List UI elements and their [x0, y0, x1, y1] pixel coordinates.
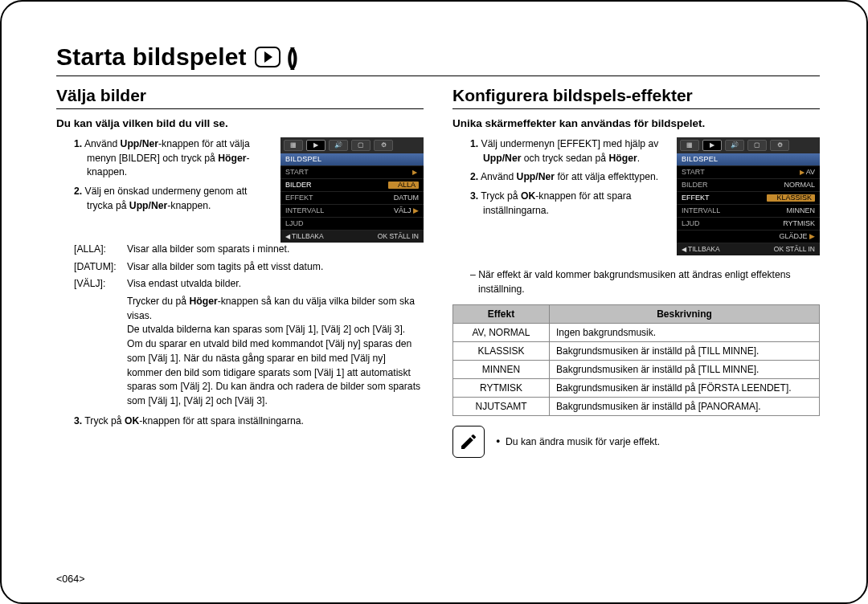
- cam-tabs: ▦ ▶ 🔊 ▢ ⚙: [677, 137, 820, 153]
- cam-header: BILDSPEL: [280, 153, 424, 165]
- table-row: KLASSISKBakgrundsmusiken är inställd på …: [453, 342, 820, 361]
- left-extra-1: Trycker du på Höger-knappen så kan du vä…: [127, 295, 424, 323]
- manual-page: Starta bildspelet ( ( ) Välja bilder Du …: [0, 0, 868, 604]
- cam-footer: ◀TILLBAKA OK STÄLL IN: [677, 243, 820, 255]
- right-column: Konfigurera bildspels-effekter Unika skä…: [452, 86, 820, 458]
- cam-row-ljud: LJUDRYTMISK: [677, 217, 820, 230]
- pencil-note-icon: [452, 426, 485, 458]
- cam-row-effekt: EFFEKT▶KLASSISK: [677, 191, 820, 204]
- cam-row-bilder: BILDERNORMAL: [677, 178, 820, 191]
- left-camera-menu: ▦ ▶ 🔊 ▢ ⚙ BILDSPEL START▶ BILDER▶ALLA EF…: [280, 137, 424, 243]
- def-alla: [ALLA]: Visar alla bilder som sparats i …: [74, 243, 424, 257]
- left-extra-2: De utvalda bilderna kan sparas som [Välj…: [127, 323, 424, 408]
- left-step-3: 3. Tryck på OK-knappen för att spara ins…: [74, 415, 424, 426]
- effects-table: Effekt Beskrivning AV, NORMALIngen bakgr…: [452, 304, 820, 416]
- right-sub-heading: Unika skärmeffekter kan användas för bil…: [452, 117, 820, 129]
- note-box: Du kan ändra musik för varje effekt.: [452, 426, 820, 458]
- def-datum: [DATUM]: Visar alla bilder som tagits på…: [74, 260, 424, 275]
- cam-row-start: START▶AV: [677, 165, 820, 178]
- tab-icon: ▦: [680, 140, 699, 151]
- tab-play-icon: ▶: [702, 140, 722, 151]
- cam-row-intervall: INTERVALLVÄLJ ▶: [280, 204, 424, 217]
- cam-row-effekt: EFFEKTDATUM: [280, 191, 424, 204]
- left-column: Välja bilder Du kan välja vilken bild du…: [56, 86, 424, 458]
- note-text: Du kan ändra musik för varje effekt.: [496, 436, 660, 447]
- right-step-2: 2. Använd Upp/Ner för att välja effektty…: [470, 170, 667, 185]
- page-title-paren-close: ): [290, 43, 298, 71]
- tab-icon: ▦: [284, 140, 303, 151]
- left-step-2: 2. Välj en önskad undermeny genom att tr…: [74, 185, 271, 213]
- cam-tabs: ▦ ▶ 🔊 ▢ ⚙: [280, 137, 424, 153]
- left-step-1: 1. Använd Upp/Ner-knappen för att välja …: [74, 137, 271, 180]
- columns: Välja bilder Du kan välja vilken bild du…: [56, 86, 820, 458]
- slideshow-icon: (: [255, 47, 280, 67]
- cam-row-extra: GLÄDJE ▶: [677, 230, 820, 243]
- def-valj: [VÄLJ]: Visa endast utvalda bilder.: [74, 277, 424, 292]
- cam-row-start: START▶: [280, 165, 424, 178]
- right-step-row: 1. Välj undermenyn [EFFEKT] med hjälp av…: [452, 137, 820, 255]
- cam-header: BILDSPEL: [677, 153, 820, 165]
- table-row: MINNENBakgrundsmusiken är inställd på [T…: [453, 361, 820, 379]
- tab-display-icon: ▢: [747, 140, 767, 151]
- left-sub-heading: Du kan välja vilken bild du vill se.: [56, 117, 424, 129]
- cam-footer: ◀TILLBAKA OK STÄLL IN: [280, 230, 424, 243]
- tab-gear-icon: ⚙: [374, 140, 393, 151]
- left-definitions: [ALLA]: Visar alla bilder som sparats i …: [74, 243, 424, 292]
- page-number: <064>: [56, 573, 84, 585]
- th-effect: Effekt: [453, 305, 550, 324]
- left-section-title: Välja bilder: [56, 86, 424, 109]
- cam-row-ljud: LJUD: [280, 217, 424, 230]
- right-section-title: Konfigurera bildspels-effekter: [452, 86, 820, 109]
- right-camera-menu: ▦ ▶ 🔊 ▢ ⚙ BILDSPEL START▶AV BILDERNORMAL…: [677, 137, 820, 255]
- tab-sound-icon: 🔊: [725, 140, 744, 151]
- table-row: AV, NORMALIngen bakgrundsmusik.: [453, 324, 820, 342]
- page-title-text: Starta bildspelet: [56, 43, 247, 71]
- left-step-row: 1. Använd Upp/Ner-knappen för att välja …: [56, 137, 424, 243]
- right-step-3: 3. Tryck på OK-knappen för att spara ins…: [470, 190, 667, 218]
- cam-row-bilder: BILDER▶ALLA: [280, 178, 424, 191]
- tab-sound-icon: 🔊: [329, 140, 348, 151]
- th-desc: Beskrivning: [550, 305, 820, 324]
- tab-play-icon: ▶: [306, 140, 326, 151]
- tab-gear-icon: ⚙: [770, 140, 789, 151]
- cam-row-intervall: INTERVALLMINNEN: [677, 204, 820, 217]
- left-steps: 1. Använd Upp/Ner-knappen för att välja …: [56, 137, 271, 218]
- tab-display-icon: ▢: [351, 140, 371, 151]
- right-step-1: 1. Välj undermenyn [EFFEKT] med hjälp av…: [470, 137, 667, 165]
- right-steps: 1. Välj undermenyn [EFFEKT] med hjälp av…: [452, 137, 667, 222]
- table-row: RYTMISKBakgrundsmusiken är inställd på […: [453, 379, 820, 398]
- page-title: Starta bildspelet ( ( ): [56, 43, 820, 76]
- right-dash-note: – När effekt är vald kommer bakgrundsmus…: [470, 268, 820, 296]
- table-row: NJUTSAMTBakgrundsmusiken är inställd på …: [453, 398, 820, 416]
